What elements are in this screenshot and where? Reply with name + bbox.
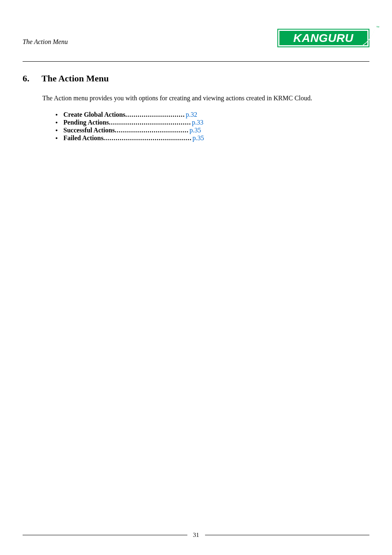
- bullet-icon: •: [55, 135, 58, 142]
- toc-item: • Successful Actions ...................…: [55, 127, 369, 134]
- toc-label: Pending Actions: [63, 119, 109, 126]
- toc-page-link[interactable]: p.35: [189, 127, 201, 134]
- page-number: 31: [193, 532, 199, 539]
- bullet-icon: •: [55, 119, 58, 126]
- trademark-symbol: ™: [376, 25, 379, 29]
- section-heading: 6. The Action Menu: [23, 73, 369, 84]
- toc-label: Successful Actions: [63, 127, 115, 134]
- intro-paragraph: The Action menu provides you with option…: [42, 94, 369, 103]
- toc-label: Failed Actions: [63, 134, 103, 142]
- toc-page-link[interactable]: p.33: [192, 119, 203, 126]
- header-section-title: The Action Menu: [23, 38, 68, 47]
- section-title: The Action Menu: [42, 73, 109, 84]
- toc-leader: .............................: [125, 111, 185, 118]
- logo-frame: KANGURU: [277, 29, 369, 47]
- page-footer: 31: [23, 532, 369, 539]
- toc-page-link[interactable]: p.35: [193, 134, 204, 142]
- toc-item: • Create Global Actions ................…: [55, 111, 369, 118]
- toc-page-link[interactable]: p.32: [186, 111, 197, 118]
- footer-divider-right: [205, 535, 370, 535]
- toc-leader: ....................................: [115, 127, 189, 134]
- section-number: 6.: [23, 73, 32, 84]
- bullet-icon: •: [55, 111, 58, 118]
- footer-divider-left: [23, 535, 187, 535]
- brand-logo: KANGURU ™: [277, 29, 369, 47]
- toc-item: • Pending Actions ......................…: [55, 119, 369, 126]
- logo-text: KANGURU: [279, 31, 367, 45]
- logo-swoosh-icon: [360, 27, 377, 48]
- bullet-icon: •: [55, 127, 58, 134]
- toc-item: • Failed Actions .......................…: [55, 134, 369, 142]
- page: The Action Menu KANGURU ™ 6. The Action …: [0, 0, 392, 555]
- page-header: The Action Menu KANGURU ™: [23, 29, 369, 51]
- toc-leader: ........................................…: [104, 134, 192, 142]
- toc-list: • Create Global Actions ................…: [55, 111, 369, 142]
- toc-leader: ........................................: [109, 119, 191, 126]
- toc-label: Create Global Actions: [63, 111, 125, 118]
